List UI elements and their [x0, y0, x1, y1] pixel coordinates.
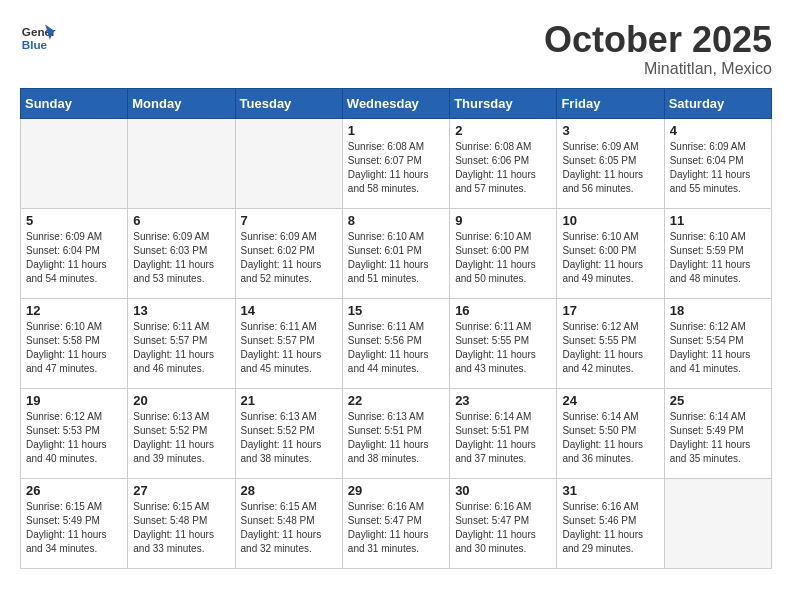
calendar-week-2: 5Sunrise: 6:09 AM Sunset: 6:04 PM Daylig…: [21, 208, 772, 298]
day-info: Sunrise: 6:11 AM Sunset: 5:57 PM Dayligh…: [241, 320, 337, 376]
calendar-cell: 16Sunrise: 6:11 AM Sunset: 5:55 PM Dayli…: [450, 298, 557, 388]
calendar-cell: 27Sunrise: 6:15 AM Sunset: 5:48 PM Dayli…: [128, 478, 235, 568]
day-info: Sunrise: 6:09 AM Sunset: 6:02 PM Dayligh…: [241, 230, 337, 286]
day-info: Sunrise: 6:10 AM Sunset: 6:00 PM Dayligh…: [562, 230, 658, 286]
calendar-cell: 12Sunrise: 6:10 AM Sunset: 5:58 PM Dayli…: [21, 298, 128, 388]
day-number: 15: [348, 303, 444, 318]
calendar-cell: 13Sunrise: 6:11 AM Sunset: 5:57 PM Dayli…: [128, 298, 235, 388]
day-number: 18: [670, 303, 766, 318]
day-info: Sunrise: 6:13 AM Sunset: 5:52 PM Dayligh…: [133, 410, 229, 466]
day-info: Sunrise: 6:11 AM Sunset: 5:57 PM Dayligh…: [133, 320, 229, 376]
calendar-header-row: SundayMondayTuesdayWednesdayThursdayFrid…: [21, 88, 772, 118]
day-info: Sunrise: 6:09 AM Sunset: 6:04 PM Dayligh…: [670, 140, 766, 196]
calendar-cell: 6Sunrise: 6:09 AM Sunset: 6:03 PM Daylig…: [128, 208, 235, 298]
day-info: Sunrise: 6:08 AM Sunset: 6:07 PM Dayligh…: [348, 140, 444, 196]
day-header-sunday: Sunday: [21, 88, 128, 118]
day-header-tuesday: Tuesday: [235, 88, 342, 118]
calendar-cell: 9Sunrise: 6:10 AM Sunset: 6:00 PM Daylig…: [450, 208, 557, 298]
day-number: 30: [455, 483, 551, 498]
day-number: 28: [241, 483, 337, 498]
day-info: Sunrise: 6:13 AM Sunset: 5:52 PM Dayligh…: [241, 410, 337, 466]
day-info: Sunrise: 6:13 AM Sunset: 5:51 PM Dayligh…: [348, 410, 444, 466]
calendar-cell: 14Sunrise: 6:11 AM Sunset: 5:57 PM Dayli…: [235, 298, 342, 388]
day-info: Sunrise: 6:12 AM Sunset: 5:54 PM Dayligh…: [670, 320, 766, 376]
day-number: 8: [348, 213, 444, 228]
calendar-cell: 11Sunrise: 6:10 AM Sunset: 5:59 PM Dayli…: [664, 208, 771, 298]
calendar-cell: 22Sunrise: 6:13 AM Sunset: 5:51 PM Dayli…: [342, 388, 449, 478]
calendar-cell: 21Sunrise: 6:13 AM Sunset: 5:52 PM Dayli…: [235, 388, 342, 478]
day-number: 21: [241, 393, 337, 408]
day-number: 22: [348, 393, 444, 408]
day-info: Sunrise: 6:12 AM Sunset: 5:53 PM Dayligh…: [26, 410, 122, 466]
calendar-cell: 30Sunrise: 6:16 AM Sunset: 5:47 PM Dayli…: [450, 478, 557, 568]
day-number: 2: [455, 123, 551, 138]
day-number: 3: [562, 123, 658, 138]
day-number: 20: [133, 393, 229, 408]
day-info: Sunrise: 6:14 AM Sunset: 5:51 PM Dayligh…: [455, 410, 551, 466]
day-info: Sunrise: 6:16 AM Sunset: 5:47 PM Dayligh…: [455, 500, 551, 556]
calendar-cell: 3Sunrise: 6:09 AM Sunset: 6:05 PM Daylig…: [557, 118, 664, 208]
calendar-week-5: 26Sunrise: 6:15 AM Sunset: 5:49 PM Dayli…: [21, 478, 772, 568]
calendar-week-3: 12Sunrise: 6:10 AM Sunset: 5:58 PM Dayli…: [21, 298, 772, 388]
day-number: 16: [455, 303, 551, 318]
calendar-cell: 29Sunrise: 6:16 AM Sunset: 5:47 PM Dayli…: [342, 478, 449, 568]
calendar-cell: 19Sunrise: 6:12 AM Sunset: 5:53 PM Dayli…: [21, 388, 128, 478]
calendar-cell: 8Sunrise: 6:10 AM Sunset: 6:01 PM Daylig…: [342, 208, 449, 298]
day-number: 7: [241, 213, 337, 228]
calendar-cell: 25Sunrise: 6:14 AM Sunset: 5:49 PM Dayli…: [664, 388, 771, 478]
calendar-cell: 10Sunrise: 6:10 AM Sunset: 6:00 PM Dayli…: [557, 208, 664, 298]
day-info: Sunrise: 6:11 AM Sunset: 5:56 PM Dayligh…: [348, 320, 444, 376]
title-block: October 2025 Minatitlan, Mexico: [544, 20, 772, 78]
day-number: 19: [26, 393, 122, 408]
calendar-table: SundayMondayTuesdayWednesdayThursdayFrid…: [20, 88, 772, 569]
calendar-cell: 26Sunrise: 6:15 AM Sunset: 5:49 PM Dayli…: [21, 478, 128, 568]
day-info: Sunrise: 6:15 AM Sunset: 5:49 PM Dayligh…: [26, 500, 122, 556]
day-number: 11: [670, 213, 766, 228]
day-number: 12: [26, 303, 122, 318]
day-header-monday: Monday: [128, 88, 235, 118]
calendar-cell: [664, 478, 771, 568]
calendar-cell: 31Sunrise: 6:16 AM Sunset: 5:46 PM Dayli…: [557, 478, 664, 568]
day-info: Sunrise: 6:09 AM Sunset: 6:04 PM Dayligh…: [26, 230, 122, 286]
day-number: 25: [670, 393, 766, 408]
day-number: 9: [455, 213, 551, 228]
day-info: Sunrise: 6:16 AM Sunset: 5:47 PM Dayligh…: [348, 500, 444, 556]
day-info: Sunrise: 6:10 AM Sunset: 5:58 PM Dayligh…: [26, 320, 122, 376]
calendar-cell: [21, 118, 128, 208]
calendar-cell: 24Sunrise: 6:14 AM Sunset: 5:50 PM Dayli…: [557, 388, 664, 478]
day-number: 6: [133, 213, 229, 228]
day-info: Sunrise: 6:11 AM Sunset: 5:55 PM Dayligh…: [455, 320, 551, 376]
location: Minatitlan, Mexico: [544, 60, 772, 78]
day-number: 23: [455, 393, 551, 408]
calendar-cell: [235, 118, 342, 208]
calendar-cell: 4Sunrise: 6:09 AM Sunset: 6:04 PM Daylig…: [664, 118, 771, 208]
calendar-cell: 2Sunrise: 6:08 AM Sunset: 6:06 PM Daylig…: [450, 118, 557, 208]
day-number: 5: [26, 213, 122, 228]
svg-text:Blue: Blue: [22, 38, 48, 51]
day-info: Sunrise: 6:14 AM Sunset: 5:50 PM Dayligh…: [562, 410, 658, 466]
calendar-cell: 28Sunrise: 6:15 AM Sunset: 5:48 PM Dayli…: [235, 478, 342, 568]
day-number: 26: [26, 483, 122, 498]
calendar-body: 1Sunrise: 6:08 AM Sunset: 6:07 PM Daylig…: [21, 118, 772, 568]
day-info: Sunrise: 6:14 AM Sunset: 5:49 PM Dayligh…: [670, 410, 766, 466]
calendar-week-4: 19Sunrise: 6:12 AM Sunset: 5:53 PM Dayli…: [21, 388, 772, 478]
day-info: Sunrise: 6:10 AM Sunset: 6:00 PM Dayligh…: [455, 230, 551, 286]
day-number: 17: [562, 303, 658, 318]
day-header-wednesday: Wednesday: [342, 88, 449, 118]
calendar-cell: 17Sunrise: 6:12 AM Sunset: 5:55 PM Dayli…: [557, 298, 664, 388]
day-info: Sunrise: 6:08 AM Sunset: 6:06 PM Dayligh…: [455, 140, 551, 196]
logo-icon: General Blue: [20, 20, 56, 56]
logo: General Blue: [20, 20, 56, 56]
day-info: Sunrise: 6:15 AM Sunset: 5:48 PM Dayligh…: [241, 500, 337, 556]
month-title: October 2025: [544, 20, 772, 60]
day-number: 13: [133, 303, 229, 318]
day-header-saturday: Saturday: [664, 88, 771, 118]
calendar-cell: [128, 118, 235, 208]
day-header-friday: Friday: [557, 88, 664, 118]
calendar-cell: 7Sunrise: 6:09 AM Sunset: 6:02 PM Daylig…: [235, 208, 342, 298]
day-number: 14: [241, 303, 337, 318]
day-number: 29: [348, 483, 444, 498]
day-info: Sunrise: 6:16 AM Sunset: 5:46 PM Dayligh…: [562, 500, 658, 556]
day-number: 4: [670, 123, 766, 138]
day-number: 10: [562, 213, 658, 228]
